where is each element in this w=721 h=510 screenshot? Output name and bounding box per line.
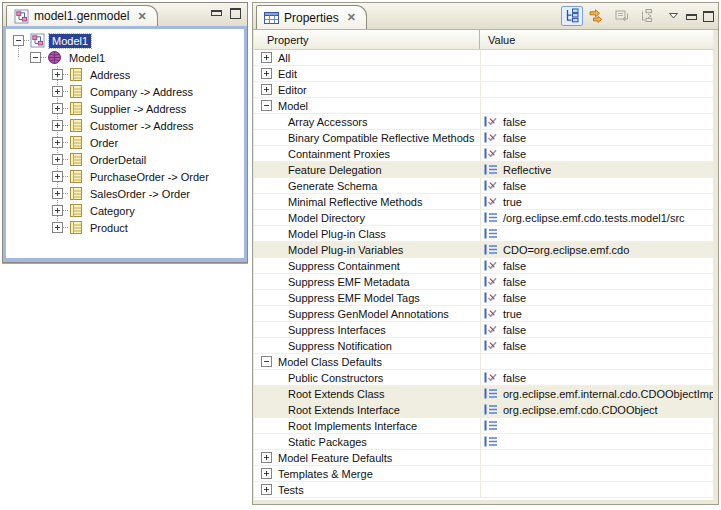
- collapse-minus-icon[interactable]: [13, 35, 24, 46]
- value-cell[interactable]: [480, 418, 713, 433]
- property-row[interactable]: Model Plug-in VariablesCDO=org.eclipse.e…: [254, 242, 713, 258]
- collapse-minus-icon[interactable]: [261, 356, 272, 367]
- tree-item-label[interactable]: Supplier -> Address: [87, 102, 189, 116]
- category-row[interactable]: Model: [254, 98, 713, 114]
- tree-item[interactable]: SalesOrder -> Order: [6, 185, 244, 202]
- property-row[interactable]: Static Packages: [254, 434, 713, 450]
- maximize-icon[interactable]: [230, 8, 241, 19]
- editor-tab-model1-genmodel[interactable]: model1.genmodel ✕: [6, 5, 158, 26]
- value-cell[interactable]: false: [480, 146, 713, 161]
- minimize-icon[interactable]: [211, 8, 222, 16]
- value-cell[interactable]: [480, 226, 713, 241]
- property-row[interactable]: Suppress EMF Model Tagsfalse: [254, 290, 713, 306]
- tree-item-label[interactable]: Category: [87, 204, 138, 218]
- expand-plus-icon[interactable]: [261, 452, 272, 463]
- show-categories-icon[interactable]: [561, 6, 583, 26]
- expand-plus-icon[interactable]: [261, 52, 272, 63]
- expand-plus-icon[interactable]: [261, 84, 272, 95]
- tree-item-label[interactable]: Customer -> Address: [87, 119, 197, 133]
- properties-tab[interactable]: Properties ✕: [256, 5, 367, 29]
- expand-plus-icon[interactable]: [52, 137, 63, 148]
- expand-plus-icon[interactable]: [52, 222, 63, 233]
- property-row[interactable]: Binary Compatible Reflective Methodsfals…: [254, 130, 713, 146]
- collapse-minus-icon[interactable]: [30, 52, 41, 63]
- tree-item-label[interactable]: Model1: [49, 34, 91, 48]
- category-row[interactable]: Model Class Defaults: [254, 354, 713, 370]
- tree-item-label[interactable]: PurchaseOrder -> Order: [87, 170, 212, 184]
- value-cell[interactable]: false: [480, 274, 713, 289]
- tree-item-label[interactable]: OrderDetail: [87, 153, 149, 167]
- column-header-property[interactable]: Property: [254, 30, 480, 49]
- tree-item[interactable]: PurchaseOrder -> Order: [6, 168, 244, 185]
- tree-item-label[interactable]: Address: [87, 68, 133, 82]
- property-row[interactable]: Containment Proxiesfalse: [254, 146, 713, 162]
- expand-plus-icon[interactable]: [52, 69, 63, 80]
- collapse-minus-icon[interactable]: [261, 100, 272, 111]
- column-header-value[interactable]: Value: [480, 30, 713, 49]
- value-cell[interactable]: [480, 434, 713, 449]
- expand-plus-icon[interactable]: [52, 86, 63, 97]
- value-cell[interactable]: false: [480, 338, 713, 353]
- value-cell[interactable]: true: [480, 306, 713, 321]
- value-cell[interactable]: false: [480, 178, 713, 193]
- tree-item-label[interactable]: Order: [87, 136, 121, 150]
- expand-plus-icon[interactable]: [52, 103, 63, 114]
- tree-item-label[interactable]: SalesOrder -> Order: [87, 187, 193, 201]
- tree-item[interactable]: Category: [6, 202, 244, 219]
- value-cell[interactable]: /org.eclipse.emf.cdo.tests.model1/src: [480, 210, 713, 225]
- close-icon[interactable]: ✕: [137, 11, 146, 22]
- tree-item[interactable]: Address: [6, 66, 244, 83]
- tree-item[interactable]: Model1: [6, 49, 244, 66]
- value-cell[interactable]: org.eclipse.emf.cdo.CDOObject: [480, 402, 713, 417]
- category-row[interactable]: Edit: [254, 66, 713, 82]
- property-row[interactable]: Array Accessorsfalse: [254, 114, 713, 130]
- expand-plus-icon[interactable]: [52, 188, 63, 199]
- property-row[interactable]: Root Extends Classorg.eclipse.emf.intern…: [254, 386, 713, 402]
- expand-plus-icon[interactable]: [52, 120, 63, 131]
- maximize-icon[interactable]: [701, 6, 715, 26]
- value-cell[interactable]: false: [480, 114, 713, 129]
- view-menu-icon[interactable]: [665, 6, 681, 26]
- property-row[interactable]: Generate Schemafalse: [254, 178, 713, 194]
- value-cell[interactable]: false: [480, 130, 713, 145]
- tree-item[interactable]: Order: [6, 134, 244, 151]
- expand-plus-icon[interactable]: [261, 484, 272, 495]
- property-row[interactable]: Model Directory/org.eclipse.emf.cdo.test…: [254, 210, 713, 226]
- expand-plus-icon[interactable]: [261, 68, 272, 79]
- value-cell[interactable]: false: [480, 322, 713, 337]
- category-row[interactable]: Model Feature Defaults: [254, 450, 713, 466]
- tree-item-label[interactable]: Company -> Address: [87, 85, 196, 99]
- value-cell[interactable]: false: [480, 370, 713, 385]
- expand-plus-icon[interactable]: [261, 468, 272, 479]
- property-row[interactable]: Root Extends Interfaceorg.eclipse.emf.cd…: [254, 402, 713, 418]
- property-row[interactable]: Public Constructorsfalse: [254, 370, 713, 386]
- tree-item[interactable]: Company -> Address: [6, 83, 244, 100]
- value-cell[interactable]: org.eclipse.emf.internal.cdo.CDOObjectIm…: [480, 386, 713, 401]
- property-row[interactable]: Model Plug-in Class: [254, 226, 713, 242]
- property-row[interactable]: Suppress Notificationfalse: [254, 338, 713, 354]
- expand-plus-icon[interactable]: [52, 154, 63, 165]
- expand-plus-icon[interactable]: [52, 171, 63, 182]
- value-cell[interactable]: false: [480, 258, 713, 273]
- value-cell[interactable]: Reflective: [480, 162, 713, 177]
- value-cell[interactable]: CDO=org.eclipse.emf.cdo: [480, 242, 713, 257]
- tree-item[interactable]: Customer -> Address: [6, 117, 244, 134]
- property-row[interactable]: Minimal Reflective Methodstrue: [254, 194, 713, 210]
- tree-item-label[interactable]: Product: [87, 221, 131, 235]
- tree-item[interactable]: OrderDetail: [6, 151, 244, 168]
- property-row[interactable]: Feature DelegationReflective: [254, 162, 713, 178]
- category-row[interactable]: Editor: [254, 82, 713, 98]
- expand-plus-icon[interactable]: [52, 205, 63, 216]
- show-advanced-properties-icon[interactable]: [586, 6, 608, 26]
- property-row[interactable]: Suppress Containmentfalse: [254, 258, 713, 274]
- value-cell[interactable]: true: [480, 194, 713, 209]
- category-row[interactable]: All: [254, 50, 713, 66]
- category-row[interactable]: Tests: [254, 482, 713, 498]
- category-row[interactable]: Templates & Merge: [254, 466, 713, 482]
- property-row[interactable]: Suppress Interfacesfalse: [254, 322, 713, 338]
- tree-item[interactable]: Supplier -> Address: [6, 100, 244, 117]
- tree-item[interactable]: Product: [6, 219, 244, 236]
- property-row[interactable]: Root Implements Interface: [254, 418, 713, 434]
- property-row[interactable]: Suppress EMF Metadatafalse: [254, 274, 713, 290]
- property-row[interactable]: Suppress GenModel Annotationstrue: [254, 306, 713, 322]
